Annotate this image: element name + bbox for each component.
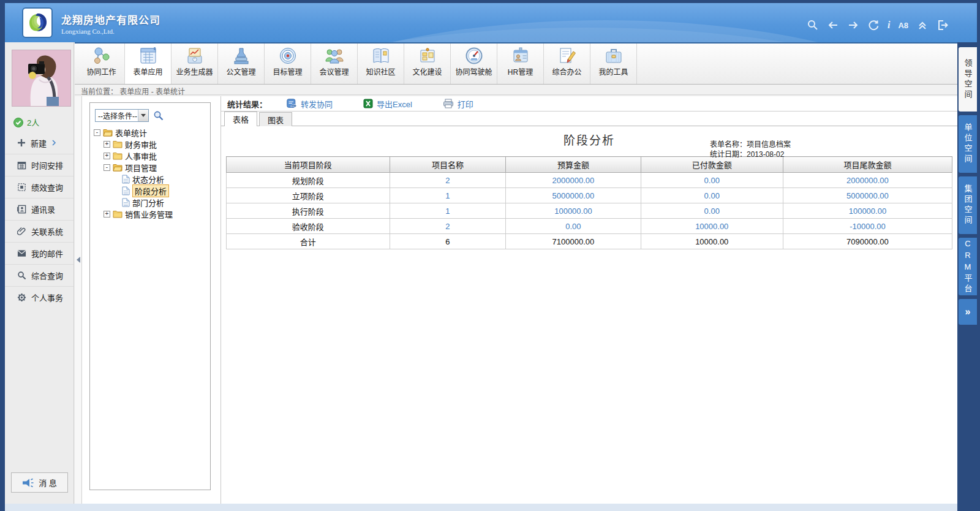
tree-toggle-icon[interactable]: - [104,164,110,171]
module-collaboration[interactable]: 协同工作 [78,44,125,84]
info-icon[interactable]: i [888,20,890,31]
breadcrumb: 当前位置： 表单应用 - 表单统计 [75,85,957,95]
value-link-cell[interactable]: 2000000.00 [783,173,952,188]
avatar-illustration [12,50,70,106]
search-icon[interactable] [807,19,819,31]
tree-node-finance-approval[interactable]: + 财务审批 [104,138,208,150]
chevrons-right-icon: » [965,306,971,317]
export-excel-button[interactable]: 导出Excel [363,98,412,110]
tree-toggle-icon[interactable]: + [104,153,110,159]
collapse-header-icon[interactable] [916,19,929,31]
tab-label: 图表 [268,114,284,126]
print-button[interactable]: 打印 [443,98,473,110]
logout-icon[interactable] [937,19,949,31]
company-logo [22,7,53,38]
value-link-cell[interactable]: 1 [390,188,506,203]
tree-toggle-icon[interactable]: + [104,211,110,218]
stamp-icon [232,47,251,65]
select-dropdown-button[interactable] [138,110,148,121]
module-label: 表单应用 [133,66,162,77]
online-status[interactable]: 2人 [13,116,39,128]
tree-node-project-mgmt[interactable]: - 项目管理 [104,162,208,173]
collaboration-icon [92,47,111,65]
module-goal-mgmt[interactable]: 目标管理 [265,44,311,84]
module-my-tools[interactable]: 我的工具 [590,44,637,84]
table-total-row: 合计 6 7100000.00 10000.00 7090000.00 [227,234,952,249]
value-link-cell[interactable]: 100000.00 [783,203,952,219]
module-label: 协同驾驶舱 [455,66,492,77]
target-icon [278,47,298,65]
total-value-cell: 7090000.00 [783,234,952,249]
content-column: 协同工作 表单应用 业务生成器 公文管理 目标管理 会议管理 [75,42,957,504]
tree-node-form-statistics[interactable]: - 表单统计 [94,127,208,138]
value-link-cell[interactable]: 2 [390,219,506,234]
forward-collab-button[interactable]: 转发协同 [287,98,333,110]
module-hr-mgmt[interactable]: HR管理 [497,44,544,84]
collapse-panel-icon[interactable] [77,257,80,263]
tree-search-icon[interactable] [153,110,164,121]
module-cockpit[interactable]: 协同驾驶舱 [451,44,497,84]
tree-toggle-icon[interactable]: + [104,141,110,148]
value-link-cell[interactable]: 1 [390,203,506,219]
sidebar-item-contacts[interactable]: 通讯录 [5,198,74,220]
right-tab-expand[interactable]: » [959,299,977,325]
module-biz-generator[interactable]: 业务生成器 [172,44,218,84]
module-doc-mgmt[interactable]: 公文管理 [218,44,265,84]
right-tab-leader-space[interactable]: 领导空间 [959,47,977,112]
folder-open-icon [113,164,123,172]
module-form-app[interactable]: 表单应用 [125,44,172,84]
message-label: 消 息 [39,477,57,488]
sidebar-item-performance[interactable]: 绩效查询 [5,176,74,198]
sidebar-item-personal-affairs[interactable]: 个人事务 [5,286,74,308]
message-button[interactable]: 消 息 [11,472,68,493]
back-arrow-icon[interactable] [827,19,839,31]
value-link-cell[interactable]: 2 [390,173,506,188]
file-icon [122,175,130,184]
module-knowledge[interactable]: 知识社区 [358,44,404,84]
folder-open-icon [103,129,113,137]
tree-node-hr-approval[interactable]: + 人事审批 [104,150,208,161]
tree-toggle-icon[interactable]: - [94,129,100,136]
excel-icon [363,99,373,108]
calendar-icon [17,161,26,170]
module-culture[interactable]: 文化建设 [404,44,451,84]
tree-node-label: 财务审批 [125,138,157,150]
right-tab-label: 集团空间 [962,184,974,226]
value-link-cell[interactable]: 100000.00 [506,203,641,219]
sidebar-item-schedule[interactable]: 时间安排 [5,154,74,176]
value-link-cell[interactable]: 0.00 [506,219,641,234]
total-value-cell: 10000.00 [641,234,783,249]
value-link-cell[interactable]: 2000000.00 [506,173,641,188]
condition-select[interactable]: --选择条件-- [95,109,149,122]
tree-panel: --选择条件-- - 表单统计 + [82,96,221,504]
sidebar-item-integrated-search[interactable]: 综合查询 [5,264,74,286]
tree-node-stage-analysis[interactable]: 阶段分析 [122,185,208,196]
value-link-cell[interactable]: 0.00 [641,188,783,203]
main-panel: 统计结果： 转发协同 导出Excel 打印 表格 [221,96,957,504]
tree-node-department-analysis[interactable]: 部门分析 [122,197,208,208]
right-tab-unit-space[interactable]: 单位空间 [959,115,977,173]
user-avatar[interactable] [12,50,71,107]
value-link-cell[interactable]: 0.00 [641,203,783,219]
a8-label[interactable]: A8 [898,21,908,30]
module-office[interactable]: 综合办公 [544,44,590,84]
value-link-cell[interactable]: 5000000.00 [506,188,641,203]
tab-table[interactable]: 表格 [224,112,257,126]
right-tab-group-space[interactable]: 集团空间 [959,176,977,234]
module-meeting-mgmt[interactable]: 会议管理 [311,44,358,84]
forward-arrow-icon[interactable] [847,19,859,31]
sidebar-item-linked-systems[interactable]: 关联系统 [5,220,74,242]
value-link-cell[interactable]: 0.00 [641,173,783,188]
panel-splitter[interactable] [75,96,82,504]
value-link-cell[interactable]: 10000.00 [641,219,783,234]
form-name-label: 表单名称： [710,140,747,149]
sidebar-item-new[interactable]: 新建 [5,132,74,154]
value-link-cell[interactable]: 5000000.00 [783,188,952,203]
tab-chart[interactable]: 图表 [259,112,292,126]
sidebar-item-my-mail[interactable]: 我的邮件 [5,242,74,264]
refresh-icon[interactable] [867,19,880,31]
value-link-cell[interactable]: -10000.00 [783,219,952,234]
tree-node-sales-mgmt[interactable]: + 销售业务管理 [104,208,208,219]
tree-node-status-analysis[interactable]: 状态分析 [122,173,208,184]
right-tab-crm-platform[interactable]: CRM平台 [959,238,977,295]
